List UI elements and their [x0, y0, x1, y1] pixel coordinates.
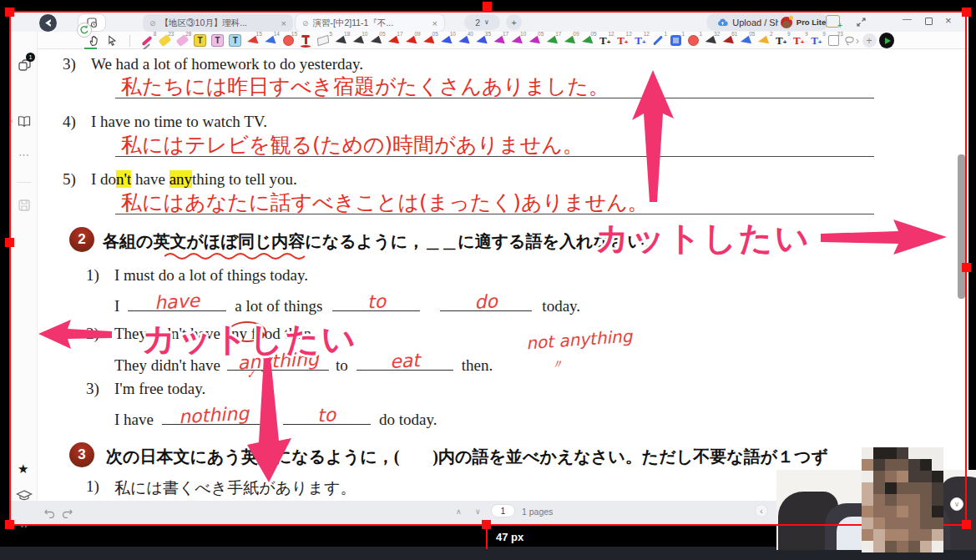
mosaic-cell [932, 529, 943, 541]
mosaic-cell [862, 517, 873, 529]
mosaic-cell [897, 541, 908, 552]
mosaic-cell [932, 459, 943, 471]
crop-handle-top-middle[interactable] [483, 2, 492, 11]
screenshot-stage: ⊘ 【地区③10月】理科... × ⊘ 演習-[中2]11-1『不... × 2… [0, 0, 976, 560]
mosaic-cell [908, 459, 920, 471]
mosaic-cell [920, 471, 932, 482]
scroll-down-icon[interactable]: ∨ [950, 497, 963, 511]
cut-label-1[interactable]: カットしたい [142, 316, 357, 362]
mosaic-cell [873, 517, 885, 529]
pink-arrow-up[interactable] [632, 70, 674, 202]
mosaic-cell [873, 482, 885, 494]
mosaic-cell [920, 494, 932, 506]
crop-handle-left-middle[interactable] [5, 238, 14, 247]
crop-handle-bottom-left[interactable] [5, 520, 14, 529]
mosaic-cell [862, 459, 873, 471]
mosaic-cell [873, 506, 885, 517]
mosaic-cell [908, 471, 920, 482]
crop-border-left [9, 11, 11, 526]
mosaic-cell [873, 529, 885, 541]
mosaic-cell [908, 541, 920, 552]
mosaic-cell [873, 447, 885, 459]
mosaic-cell [862, 494, 873, 506]
mosaic-cell [932, 506, 943, 517]
crop-handle-right-middle[interactable] [962, 263, 971, 272]
face-mosaic [862, 447, 943, 552]
crop-handle-top-left[interactable] [5, 8, 14, 17]
mosaic-cell [862, 471, 873, 482]
mosaic-cell [885, 517, 897, 529]
mosaic-cell [932, 517, 943, 529]
mosaic-cell [897, 506, 908, 517]
mosaic-cell [920, 541, 932, 552]
mosaic-cell [885, 494, 897, 506]
mosaic-cell [885, 482, 897, 494]
mosaic-cell [932, 447, 943, 459]
mosaic-cell [908, 482, 920, 494]
mosaic-cell [885, 506, 897, 517]
mosaic-cell [862, 541, 873, 552]
pink-arrow-left[interactable] [38, 320, 112, 349]
mosaic-cell [920, 506, 932, 517]
crop-border-top [9, 11, 967, 13]
mosaic-cell [932, 482, 943, 494]
mosaic-cell [897, 517, 908, 529]
mosaic-cell [908, 529, 920, 541]
crop-dimension-label: 47 px [496, 531, 523, 543]
mosaic-cell [862, 529, 873, 541]
mosaic-cell [885, 471, 897, 482]
mosaic-cell [897, 529, 908, 541]
mosaic-cell [920, 482, 932, 494]
mosaic-cell [897, 471, 908, 482]
mosaic-cell [908, 447, 920, 459]
mosaic-cell [873, 494, 885, 506]
mosaic-cell [908, 506, 920, 517]
mosaic-cell [862, 447, 873, 459]
mosaic-cell [908, 517, 920, 529]
mosaic-cell [920, 529, 932, 541]
cut-label-2[interactable]: カットしたい [595, 215, 811, 261]
mosaic-cell [873, 471, 885, 482]
mosaic-cell [885, 459, 897, 471]
mosaic-cell [897, 482, 908, 494]
crop-guide-line [486, 526, 488, 549]
crop-handle-bottom-middle[interactable] [482, 520, 491, 529]
mosaic-cell [885, 541, 897, 552]
mosaic-cell [908, 494, 920, 506]
crop-handle-bottom-right[interactable] [962, 520, 971, 529]
mosaic-cell [873, 541, 885, 552]
mosaic-cell [932, 494, 943, 506]
mosaic-cell [862, 506, 873, 517]
mosaic-cell [920, 447, 932, 459]
pink-arrow-down[interactable] [247, 357, 291, 482]
mosaic-cell [862, 482, 873, 494]
crop-handle-top-right[interactable] [962, 8, 971, 17]
mosaic-cell [932, 541, 943, 552]
mosaic-cell [920, 459, 932, 471]
mosaic-cell [897, 494, 908, 506]
pink-arrow-right[interactable] [821, 219, 947, 255]
mosaic-cell [885, 529, 897, 541]
mosaic-cell [885, 447, 897, 459]
mosaic-cell [897, 459, 908, 471]
mosaic-cell [873, 459, 885, 471]
mosaic-cell [897, 447, 908, 459]
mosaic-cell [932, 471, 943, 482]
mosaic-cell [920, 517, 932, 529]
